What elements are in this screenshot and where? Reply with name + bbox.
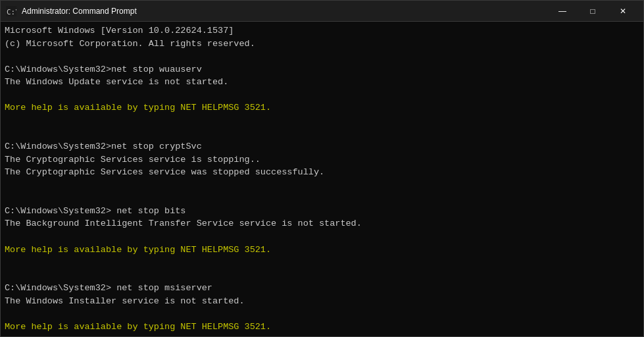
empty-line bbox=[5, 128, 639, 141]
close-button[interactable]: ✕ bbox=[608, 1, 638, 22]
terminal-line: C:\Windows\System32>net stop wuauserv bbox=[5, 63, 639, 76]
terminal-line: C:\Windows\System32> net stop msiserver bbox=[5, 282, 639, 295]
empty-line bbox=[5, 192, 639, 205]
terminal-line: The Windows Installer service is not sta… bbox=[5, 295, 639, 308]
empty-line bbox=[5, 256, 639, 269]
terminal-line: The Cryptographic Services service was s… bbox=[5, 166, 639, 179]
terminal-line: The Background Intelligent Transfer Serv… bbox=[5, 217, 639, 230]
empty-line bbox=[5, 50, 639, 63]
cmd-icon: C:\ bbox=[6, 6, 16, 16]
minimize-button[interactable]: — bbox=[547, 1, 578, 22]
terminal-line: The Cryptographic Services service is st… bbox=[5, 153, 639, 167]
cmd-window: C:\ Administrator: Command Prompt — □ ✕ … bbox=[0, 0, 644, 337]
window-controls: — □ ✕ bbox=[547, 1, 638, 22]
terminal-line: More help is available by typing NET HEL… bbox=[5, 101, 639, 115]
terminal-body[interactable]: Microsoft Windows [Version 10.0.22624.15… bbox=[1, 22, 643, 336]
maximize-button[interactable]: □ bbox=[578, 1, 608, 22]
empty-line bbox=[5, 179, 639, 192]
window-title: Administrator: Command Prompt bbox=[22, 7, 547, 16]
svg-text:C:\: C:\ bbox=[7, 8, 16, 16]
terminal-line: More help is available by typing NET HEL… bbox=[5, 244, 639, 257]
empty-line bbox=[5, 89, 639, 102]
empty-line bbox=[5, 307, 639, 321]
title-bar: C:\ Administrator: Command Prompt — □ ✕ bbox=[1, 1, 643, 22]
empty-line bbox=[5, 115, 639, 128]
terminal-line: The Windows Update service is not starte… bbox=[5, 76, 639, 89]
empty-line bbox=[5, 269, 639, 282]
empty-line bbox=[5, 334, 639, 337]
terminal-line: Microsoft Windows [Version 10.0.22624.15… bbox=[5, 24, 639, 38]
terminal-line: (c) Microsoft Corporation. All rights re… bbox=[5, 38, 639, 51]
terminal-line: C:\Windows\System32>net stop cryptSvc bbox=[5, 140, 639, 153]
empty-line bbox=[5, 230, 639, 244]
terminal-line: More help is available by typing NET HEL… bbox=[5, 321, 639, 334]
terminal-line: C:\Windows\System32> net stop bits bbox=[5, 205, 639, 218]
